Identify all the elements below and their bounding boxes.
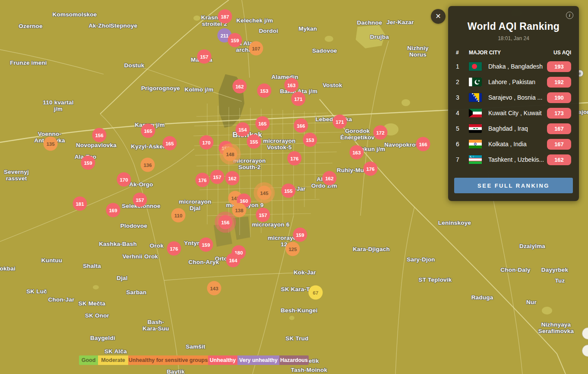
ranking-position: 1 [456,63,469,70]
aqi-marker[interactable]: 171 [291,92,306,106]
aqi-marker[interactable]: 157 [133,193,147,207]
aqi-marker[interactable]: 176 [364,162,378,176]
aqi-marker[interactable]: 159 [199,238,213,252]
aqi-marker[interactable]: 166 [294,119,308,133]
ranking-table-header: # MAJOR CITY US AQI [456,49,571,56]
aqi-marker[interactable]: 172 [373,126,388,140]
ranking-city-name: Tashkent , Uzbekis... [488,156,547,163]
aqi-marker[interactable]: 163 [285,78,299,92]
see-full-ranking-button[interactable]: SEE FULL RANKING [454,178,573,193]
ranking-row[interactable]: 3Sarajevo , Bosnia ...190 [456,90,571,105]
ranking-row[interactable]: 2Lahore , Pakistan192 [456,74,571,90]
ranking-city-name: Sarajevo , Bosnia ... [488,94,547,101]
flag-bangladesh-icon [469,62,482,71]
aqi-legend: GoodModerateUnhealthy for sensitive grou… [79,355,309,365]
aqi-marker[interactable]: 110 [171,208,186,223]
ranking-row[interactable]: 1Dhaka , Bangladesh193 [456,59,571,74]
ranking-position: 7 [456,156,469,163]
aqi-marker[interactable]: 165 [163,136,177,151]
aqi-marker[interactable]: 159 [228,33,242,47]
aqi-marker[interactable]: 176 [288,151,302,166]
ranking-city-name: Lahore , Pakistan [488,79,547,85]
aqi-marker[interactable]: 148 [223,147,237,161]
ranking-row[interactable]: 5Baghdad , Iraq167 [456,121,571,136]
close-icon[interactable]: ✕ [431,9,446,24]
aqi-marker[interactable]: 162 [322,171,337,185]
flag-kuwait-icon [469,109,482,117]
us-aqi-badge: 167 [547,123,571,134]
aqi-marker[interactable]: 165 [141,124,155,138]
ranking-city-name: Dhaka , Bangladesh [488,63,547,70]
ranking-city-name: Kuwait City , Kuwait [488,110,547,116]
aqi-marker[interactable]: 157 [197,50,212,64]
flag-india-icon [469,140,482,148]
aqi-marker[interactable]: 170 [199,135,214,150]
ranking-position: 2 [456,79,469,85]
column-rank: # [456,50,469,56]
ranking-row[interactable]: 7Tashkent , Uzbekis...162 [456,152,571,167]
aqi-marker[interactable]: 176 [167,242,181,256]
us-aqi-badge: 193 [547,61,571,72]
aqi-marker[interactable]: 187 [218,9,232,24]
aqi-marker[interactable]: 156 [218,215,233,229]
legend-item-hazardous: Hazardous [279,355,309,365]
aqi-marker[interactable]: 154 [236,123,250,137]
us-aqi-badge: 173 [547,108,571,119]
aqi-marker[interactable]: 171 [333,115,347,129]
aqi-marker[interactable]: 166 [416,137,430,151]
flag-iraq-icon [469,124,482,133]
ranking-row[interactable]: 6Kolkata , India167 [456,136,571,152]
aqi-marker[interactable]: 157 [256,208,270,222]
aqi-marker[interactable]: 107 [249,41,263,56]
flag-uzbekistan-icon [469,155,482,164]
aqi-marker[interactable]: 67 [309,286,323,300]
aqi-marker[interactable]: 169 [106,203,120,217]
flag-bosnia-herzegovina-icon [469,93,482,102]
ranking-rows: 1Dhaka , Bangladesh1932Lahore , Pakistan… [456,59,571,167]
aqi-marker[interactable]: 162 [225,171,240,185]
aqi-marker[interactable]: 157 [210,170,224,184]
legend-item-moderate: Moderate [98,355,128,365]
ranking-position: 5 [456,125,469,132]
aqi-marker[interactable]: 153 [303,133,317,147]
aqi-marker[interactable]: 153 [257,84,272,98]
us-aqi-badge: 190 [547,92,571,103]
aqi-marker[interactable]: 170 [117,173,131,187]
ranking-city-name: Kolkata , India [488,141,547,148]
legend-item-good: Good [79,355,98,365]
ranking-position: 6 [456,141,469,148]
flag-pakistan-icon [469,78,482,86]
aqi-marker[interactable]: 164 [226,253,240,267]
aqi-marker[interactable]: 125 [286,242,300,256]
world-aqi-ranking-panel: i World AQI Ranking 18:01, Jan 24 # MAJO… [448,6,579,201]
aqi-marker[interactable]: 136 [141,158,155,172]
aqi-marker[interactable]: 159 [293,228,307,242]
aqi-marker[interactable]: 143 [207,281,221,295]
ranking-row[interactable]: 4Kuwait City , Kuwait173 [456,105,571,121]
aqi-marker[interactable]: 162 [233,79,247,94]
column-us-aqi: US AQI [553,50,571,56]
aqi-marker[interactable]: 181 [73,197,87,211]
aqi-marker[interactable]: 155 [247,135,261,149]
aqi-marker[interactable]: 138 [232,203,247,217]
us-aqi-badge: 167 [547,139,571,150]
ranking-city-name: Baghdad , Iraq [488,125,547,132]
legend-item-very-unhealthy: Very unhealthy [237,355,279,365]
aqi-marker[interactable]: 155 [281,184,296,198]
aqi-marker[interactable]: 145 [257,186,272,200]
aqi-marker[interactable]: 163 [350,145,364,160]
ranking-position: 4 [456,110,469,116]
us-aqi-badge: 192 [547,77,571,88]
column-major-city: MAJOR CITY [469,50,553,56]
aqi-marker[interactable]: 165 [256,116,270,131]
aqi-marker[interactable]: 176 [196,173,210,187]
aqi-marker[interactable]: 159 [81,156,95,170]
us-aqi-badge: 162 [547,154,571,165]
legend-item-unhealthy: Unhealthy [208,355,237,365]
panel-title: World AQI Ranking [448,21,579,32]
legend-item-unhealthy-for-sensitive-groups: Unhealthy for sensitive groups [128,355,208,365]
info-icon[interactable]: i [566,12,573,19]
panel-timestamp: 18:01, Jan 24 [448,35,579,41]
aqi-marker[interactable]: 156 [92,128,107,142]
aqi-marker[interactable]: 135 [44,137,58,151]
